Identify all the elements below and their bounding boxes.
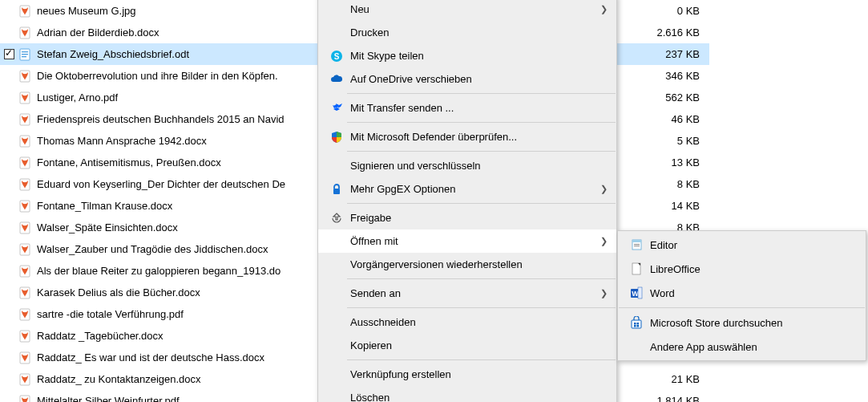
submenu-store[interactable]: Microsoft Store durchsuchen xyxy=(618,311,866,335)
dropbox-icon xyxy=(330,102,343,115)
menu-loeschen[interactable]: Löschen xyxy=(318,386,616,402)
menu-gpg[interactable]: Mehr GpgEX Optionen ❯ xyxy=(318,177,616,201)
file-icon xyxy=(18,330,31,343)
file-icon xyxy=(18,135,31,148)
file-icon xyxy=(18,70,31,83)
menu-signieren[interactable]: Signieren und verschlüsseln xyxy=(318,154,616,177)
file-size: 14 KB xyxy=(629,195,709,217)
file-size: 0 KB xyxy=(629,0,709,22)
store-icon xyxy=(630,316,643,329)
file-icon xyxy=(18,48,31,61)
menu-defender[interactable]: Mit Microsoft Defender überprüfen... xyxy=(318,125,616,148)
submenu-libreoffice[interactable]: LibreOffice xyxy=(618,257,866,281)
open-with-submenu: Editor LibreOffice Word Microsoft Store … xyxy=(617,230,866,361)
submenu-word[interactable]: Word xyxy=(618,281,866,305)
file-size: 2.616 KB xyxy=(629,22,709,43)
context-menu: Neu ❯ Drucken Mit Skype teilen Auf OneDr… xyxy=(317,0,617,402)
libreoffice-icon xyxy=(630,262,643,275)
menu-oeffnen-mit[interactable]: Öffnen mit ❯ xyxy=(318,229,616,253)
file-size: 21 KB xyxy=(629,368,709,390)
menu-transfer[interactable]: Mit Transfer senden ... xyxy=(318,96,616,120)
file-size: 346 KB xyxy=(629,65,709,87)
file-icon xyxy=(18,178,31,191)
file-icon xyxy=(18,243,31,256)
file-size: 1.814 KB xyxy=(629,390,709,402)
file-icon xyxy=(18,308,31,321)
submenu-andere[interactable]: Andere App auswählen xyxy=(618,335,866,359)
notepad-icon xyxy=(630,238,643,251)
cloud-icon xyxy=(330,73,343,86)
file-size: 5 KB xyxy=(629,130,709,152)
lock-icon xyxy=(330,183,343,196)
file-size: 13 KB xyxy=(629,152,709,173)
file-icon xyxy=(18,395,31,403)
menu-freigabe[interactable]: Freigabe xyxy=(318,206,616,229)
file-icon xyxy=(18,221,31,234)
file-icon xyxy=(18,113,31,126)
word-icon xyxy=(630,286,643,299)
file-icon xyxy=(18,26,31,39)
file-checkbox[interactable] xyxy=(4,49,14,59)
menu-onedrive[interactable]: Auf OneDrive verschieben xyxy=(318,67,616,91)
file-icon xyxy=(18,156,31,169)
shield-icon xyxy=(330,131,343,144)
file-icon xyxy=(18,351,31,364)
submenu-editor[interactable]: Editor xyxy=(618,233,866,257)
file-size: 562 KB xyxy=(629,87,709,108)
file-icon xyxy=(18,286,31,299)
menu-senden-an[interactable]: Senden an ❯ xyxy=(318,282,616,305)
file-size: 46 KB xyxy=(629,108,709,130)
menu-neu[interactable]: Neu ❯ xyxy=(318,0,616,21)
file-icon xyxy=(18,265,31,278)
menu-kopieren[interactable]: Kopieren xyxy=(318,334,616,357)
file-icon xyxy=(18,5,31,18)
file-icon xyxy=(18,91,31,104)
file-icon xyxy=(18,200,31,213)
file-size: 8 KB xyxy=(629,173,709,195)
menu-drucken[interactable]: Drucken xyxy=(318,21,616,44)
share-icon xyxy=(330,212,343,225)
skype-icon xyxy=(330,50,343,63)
file-size: 237 KB xyxy=(629,43,709,65)
menu-skype[interactable]: Mit Skype teilen xyxy=(318,44,616,67)
menu-verknuepfung[interactable]: Verknüpfung erstellen xyxy=(318,363,616,386)
file-icon xyxy=(18,373,31,386)
menu-vorgaenger[interactable]: Vorgängerversionen wiederherstellen xyxy=(318,253,616,276)
menu-ausschneiden[interactable]: Ausschneiden xyxy=(318,311,616,334)
